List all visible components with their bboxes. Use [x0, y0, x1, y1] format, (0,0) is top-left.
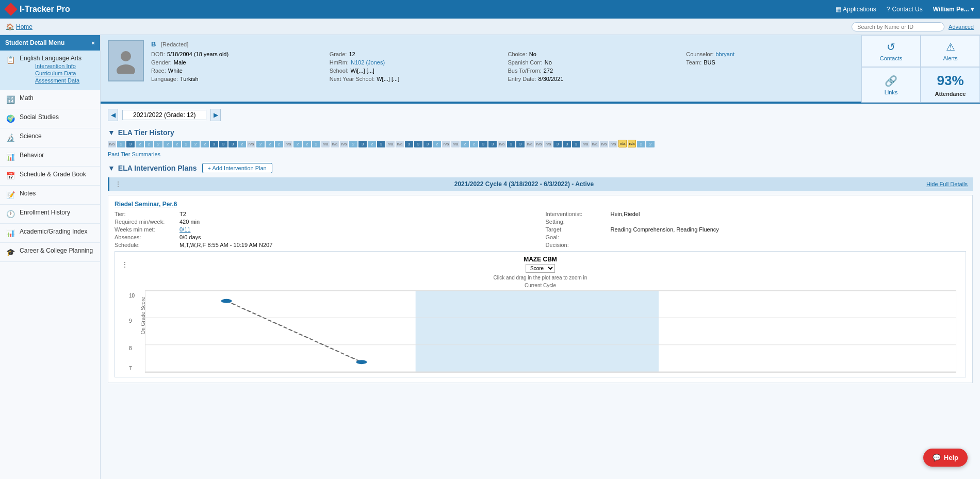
- tier-block: n/a: [442, 141, 450, 147]
- score-select[interactable]: Score: [526, 264, 555, 273]
- alerts-btn[interactable]: ⚠ Alerts: [921, 35, 980, 67]
- sidebar-label-enrollment: Enrollment History: [20, 209, 70, 216]
- contacts-label: Contacts: [880, 55, 902, 61]
- intervention-title-area: ▼ ELA Intervention Plans: [108, 164, 197, 172]
- tier-block: 2: [275, 141, 283, 147]
- sidebar: Student Detail Menu « 📋 English Language…: [0, 35, 101, 479]
- sidebar-item-science[interactable]: 🔬 Science: [0, 128, 100, 147]
- tier-cell: 2: [145, 141, 153, 147]
- tier-block: n/a: [451, 141, 460, 147]
- goal-row: Goal:: [546, 234, 967, 240]
- links-btn[interactable]: 🔗 Links: [861, 67, 921, 103]
- tier-value: T2: [179, 211, 186, 217]
- add-plan-btn[interactable]: + Add Intervention Plan: [202, 163, 272, 173]
- home-link[interactable]: 🏠 Home: [6, 23, 32, 30]
- links-label: Links: [885, 89, 898, 95]
- sidebar-subitem-intervention[interactable]: Intervention Info: [35, 63, 81, 69]
- tier-block: 3: [516, 141, 525, 147]
- absences-row: Absences: 0/0 days: [115, 234, 535, 240]
- tier-cell: 3: [210, 141, 218, 147]
- tier-block: 2: [173, 141, 181, 147]
- tier-block: 2: [182, 141, 190, 147]
- sidebar-item-ela[interactable]: 📋 English Language Arts Intervention Inf…: [0, 51, 100, 90]
- schedule-value: M,T,W,R,F 8:55 AM - 10:19 AM N207: [179, 242, 272, 248]
- tier-block: 2: [164, 141, 172, 147]
- language-value: Turkish: [180, 76, 199, 82]
- bus-value: 272: [544, 68, 553, 74]
- required-row: Required min/week: 420 min: [115, 219, 535, 225]
- search-input[interactable]: [852, 22, 944, 31]
- spanish-value: No: [545, 59, 552, 65]
- chart-header: ⋮ MAZE CBM Score: [119, 256, 961, 273]
- tier-block: 3: [572, 141, 580, 147]
- target-row: Target: Reading Comprehension, Reading F…: [546, 226, 967, 233]
- tier-block: n/a: [340, 141, 348, 147]
- contact-us-link[interactable]: ? Contact Us: [887, 6, 923, 13]
- tier-cell: n/a: [340, 141, 348, 147]
- year-next-btn[interactable]: ▶: [210, 109, 221, 121]
- sidebar-item-career[interactable]: 🎓 Career & College Planning: [0, 243, 100, 262]
- sidebar-item-math[interactable]: 🔢 Math: [0, 90, 100, 109]
- chart-body[interactable]: 10 9 8 7: [145, 290, 956, 373]
- tier-block: 2: [154, 141, 162, 147]
- student-name: B [Redacted]: [151, 40, 854, 48]
- chart-title: MAZE CBM: [524, 256, 557, 263]
- choice-value: No: [529, 51, 536, 57]
- tier-cell: 2: [349, 141, 357, 147]
- tier-block: 3: [423, 141, 432, 147]
- sidebar-item-social-studies[interactable]: 🌍 Social Studies: [0, 109, 100, 128]
- tier-cell: 2: [293, 141, 302, 147]
- student-details: B [Redacted] DOB: 5/18/2004 (18 years ol…: [151, 40, 854, 82]
- app-logo[interactable]: I-Tracker Pro: [6, 5, 70, 14]
- contacts-btn[interactable]: ↺ Contacts: [861, 35, 921, 67]
- tier-cell: 2: [275, 141, 283, 147]
- sidebar-item-schedule[interactable]: 📅 Schedule & Grade Book: [0, 167, 100, 186]
- tier-block: 3: [126, 141, 135, 147]
- attendance-btn[interactable]: 93% Attendance: [921, 67, 980, 103]
- hide-details-link[interactable]: Hide Full Details: [926, 181, 968, 187]
- cycle-drag-handle: ⋮: [115, 180, 122, 188]
- sidebar-item-grading[interactable]: 📊 Academic/Grading Index: [0, 224, 100, 243]
- tier-block: 3: [228, 141, 237, 147]
- tier-cell: n/a: [609, 141, 617, 147]
- sidebar-collapse-icon[interactable]: «: [91, 39, 95, 46]
- tier-block: 2: [637, 141, 645, 147]
- tier-cell: n/a: [284, 141, 292, 147]
- tier-cell: 2: [164, 141, 172, 147]
- search-area: Advanced: [852, 22, 974, 31]
- choice-row: Choice: No: [508, 51, 676, 57]
- help-button[interactable]: 💬 Help: [923, 449, 968, 467]
- tier-block: 3: [358, 141, 367, 147]
- tier-block: 3: [219, 141, 227, 147]
- intervention-toggle[interactable]: ▼: [108, 164, 115, 172]
- tier-section-toggle[interactable]: ▼: [108, 128, 115, 137]
- tier-cell: n/a: [321, 141, 330, 147]
- sidebar-item-behavior[interactable]: 📊 Behavior: [0, 147, 100, 167]
- tier-cell: 3: [126, 141, 135, 147]
- seminar-link[interactable]: Riedel Seminar, Per.6: [115, 201, 177, 208]
- sidebar-subitem-assessment[interactable]: Assessment Data: [35, 77, 81, 84]
- tier-block: 2: [461, 141, 469, 147]
- sidebar-label-behavior: Behavior: [20, 152, 44, 159]
- sidebar-subitem-curriculum[interactable]: Curriculum Data: [35, 70, 81, 76]
- tier-block: n/a: [600, 141, 608, 147]
- weeksmet-value[interactable]: 0/11: [179, 226, 190, 233]
- tier-cell: 3: [479, 141, 487, 147]
- sidebar-item-notes[interactable]: 📝 Notes: [0, 186, 100, 205]
- sidebar-item-enrollment[interactable]: 🕐 Enrollment History: [0, 205, 100, 224]
- tier-cell: n/a: [535, 141, 543, 147]
- chart-menu-icon[interactable]: ⋮: [121, 260, 128, 269]
- tier-cell: n/a: [331, 141, 339, 147]
- applications-link[interactable]: ▦ Applications: [836, 6, 876, 13]
- tier-cell: n/a: [526, 141, 534, 147]
- chart-svg: [145, 291, 956, 372]
- tier-cell: n/a: [108, 141, 116, 147]
- tier-cell: 2: [433, 141, 441, 147]
- year-prev-btn[interactable]: ◀: [108, 109, 118, 121]
- tier-block: n/a: [321, 141, 330, 147]
- advanced-link[interactable]: Advanced: [949, 24, 974, 30]
- sidebar-label-math: Math: [20, 94, 34, 102]
- user-menu[interactable]: William Pe... ▾: [933, 6, 974, 13]
- sidebar-header: Student Detail Menu «: [0, 35, 100, 51]
- past-tier-link[interactable]: Past Tier Summaries: [108, 151, 160, 157]
